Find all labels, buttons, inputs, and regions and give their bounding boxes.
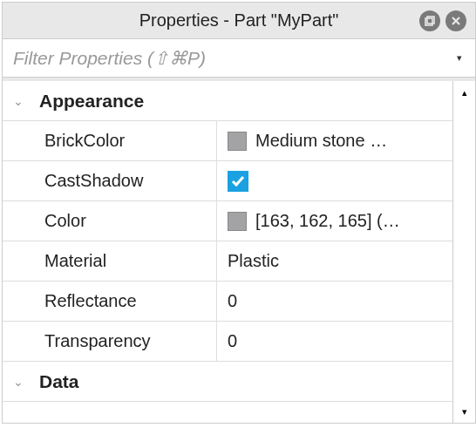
property-list: ⌄ Appearance BrickColor Medium stone … C… bbox=[3, 81, 452, 423]
row-color[interactable]: Color [163, 162, 165] (… bbox=[3, 201, 452, 241]
section-title: Data bbox=[39, 371, 79, 392]
section-title: Appearance bbox=[39, 91, 144, 112]
chevron-down-icon: ⌄ bbox=[13, 375, 31, 389]
section-appearance[interactable]: ⌄ Appearance bbox=[3, 81, 452, 121]
label-color: Color bbox=[3, 201, 217, 241]
popout-button[interactable] bbox=[419, 10, 440, 31]
titlebar: Properties - Part "MyPart" bbox=[3, 3, 475, 39]
row-material[interactable]: Material Plastic bbox=[3, 241, 452, 282]
value-text: Plastic bbox=[228, 251, 279, 271]
value-color[interactable]: [163, 162, 165] (… bbox=[217, 201, 452, 241]
popout-icon bbox=[424, 15, 436, 27]
properties-panel: Properties - Part "MyPart" ▾ ⌄ Appearanc… bbox=[2, 2, 476, 424]
label-transparency: Transparency bbox=[3, 322, 217, 361]
section-data[interactable]: ⌄ Data bbox=[3, 362, 452, 402]
swatch-icon bbox=[228, 212, 247, 231]
filter-input[interactable] bbox=[3, 39, 444, 77]
scroll-down-button[interactable]: ▾ bbox=[453, 400, 475, 423]
swatch-icon bbox=[228, 132, 247, 151]
value-text: 0 bbox=[228, 331, 237, 351]
scrollbar[interactable]: ▴ ▾ bbox=[452, 81, 475, 423]
label-brickcolor: BrickColor bbox=[3, 121, 217, 160]
value-text: 0 bbox=[228, 291, 237, 311]
label-reflectance: Reflectance bbox=[3, 282, 217, 321]
row-castshadow[interactable]: CastShadow bbox=[3, 161, 452, 201]
row-transparency[interactable]: Transparency 0 bbox=[3, 322, 452, 362]
checkbox-castshadow[interactable] bbox=[228, 171, 248, 192]
scroll-track[interactable] bbox=[453, 104, 475, 400]
row-reflectance[interactable]: Reflectance 0 bbox=[3, 282, 452, 322]
close-icon bbox=[451, 16, 461, 26]
check-icon bbox=[230, 173, 246, 189]
value-material[interactable]: Plastic bbox=[217, 241, 452, 281]
close-button[interactable] bbox=[445, 10, 466, 31]
panel-title: Properties - Part "MyPart" bbox=[139, 10, 339, 31]
value-castshadow[interactable] bbox=[217, 161, 452, 200]
value-transparency[interactable]: 0 bbox=[217, 322, 452, 361]
chevron-down-icon: ⌄ bbox=[13, 94, 31, 108]
label-castshadow: CastShadow bbox=[3, 161, 217, 200]
value-text: Medium stone … bbox=[255, 131, 387, 151]
label-material: Material bbox=[3, 241, 217, 281]
filter-dropdown[interactable]: ▾ bbox=[444, 39, 475, 77]
value-text: [163, 162, 165] (… bbox=[255, 211, 400, 231]
value-brickcolor[interactable]: Medium stone … bbox=[217, 121, 452, 160]
value-reflectance[interactable]: 0 bbox=[217, 282, 452, 321]
filter-row: ▾ bbox=[3, 39, 475, 78]
scroll-up-button[interactable]: ▴ bbox=[453, 81, 475, 104]
row-brickcolor[interactable]: BrickColor Medium stone … bbox=[3, 121, 452, 161]
